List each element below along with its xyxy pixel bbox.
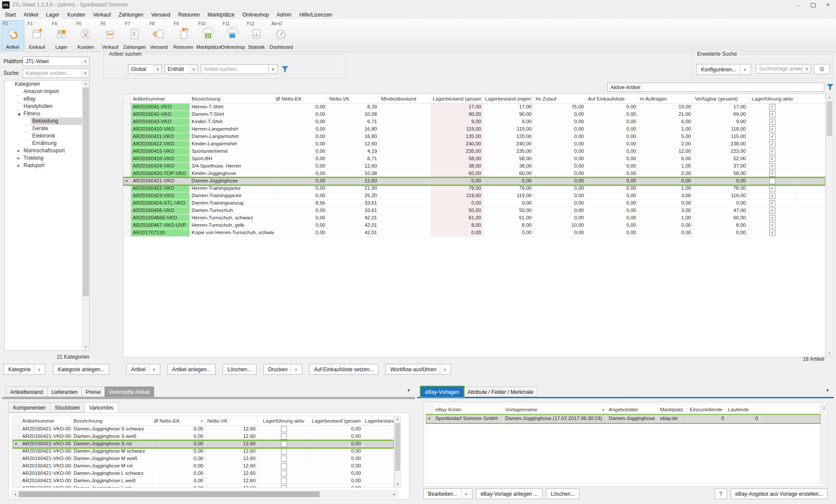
table-row[interactable]: AR20160424-STL-VKODamen-Trainingsanzug8,… <box>123 200 825 207</box>
artikel-anlegen-button[interactable]: Artikel anlegen... <box>167 364 216 375</box>
checkbox-unchecked-icon[interactable] <box>281 485 287 488</box>
toolbar-button-dashboard[interactable]: Alt+DDashboard <box>269 20 293 50</box>
table-row[interactable]: AR20160410-VKOHerren-Langarmshirt0,0016,… <box>123 126 825 133</box>
active-articles-filter-combobox[interactable]: Aktive Artikel <box>607 83 824 92</box>
drucken-button[interactable]: Drucken∨ <box>263 364 302 375</box>
table-row[interactable]: AR20160416-VKOSport-BH0,006,7158,0058,00… <box>123 155 825 163</box>
checkbox-unchecked-icon[interactable] <box>281 463 287 469</box>
ebay-vorlage-anlegen-button[interactable]: eBay-Vorlage anlegen ... <box>476 488 543 499</box>
checkbox-checked-icon[interactable]: ✓ <box>769 193 775 199</box>
toolbar-button-artikel[interactable]: F2Artikel <box>1 20 24 50</box>
column-header-verfuegbar-gesamt[interactable]: Verfügbar (gesamt) <box>693 94 748 103</box>
tree-item-ernaehrung[interactable]: Ernährung <box>5 140 82 147</box>
table-row[interactable]: AR20160419-VKO3/4-Sporthose, Herren0,001… <box>123 163 825 170</box>
column-header-artikelnummer[interactable]: Artikelnummer <box>20 416 72 425</box>
table-row[interactable]: AR20160467-VKO-UVPHerren-Turnschuh, gelb… <box>123 222 825 229</box>
kategorie-anlegen-button[interactable]: Kategorie anlegen... <box>53 364 109 375</box>
table-row[interactable]: AR2016042-VKODamen-T-Shirt0,0010,0890,00… <box>123 111 825 118</box>
menu-item-marktplaetze[interactable]: Marktplätze <box>204 10 239 19</box>
toolbar-button-marktplaetze[interactable]: F10Marktplätze <box>196 20 219 50</box>
checkbox-unchecked-icon[interactable] <box>281 470 287 477</box>
tree-item-amazon-import[interactable]: Amazon Import <box>5 88 82 95</box>
workflow-ausfuehren-button[interactable]: Workflow ausführen∨ <box>385 364 451 375</box>
filter-funnel-icon[interactable] <box>281 66 289 73</box>
table-row[interactable]: AR201604666-VKOHerren-Turnschuh, schwarz… <box>123 215 825 222</box>
scroll-right-icon[interactable] <box>391 491 398 497</box>
checkbox-checked-icon[interactable]: ✓ <box>769 163 775 169</box>
chevron-down-icon[interactable] <box>81 57 89 66</box>
column-header-marktplatz[interactable]: Marktplatz <box>658 405 688 414</box>
chevron-down-icon[interactable] <box>153 65 162 74</box>
menu-item-start[interactable]: Start <box>1 10 20 19</box>
scroll-up-icon[interactable] <box>821 405 827 411</box>
tab-artikelbestand[interactable]: Artikelbestand <box>6 386 47 397</box>
checkbox-checked-icon[interactable]: ✓ <box>769 141 775 147</box>
checkbox-checked-icon[interactable]: ✓ <box>769 222 775 228</box>
table-row[interactable]: ▸Sportbedarf Sommer GmbHDamen-Jogginghos… <box>426 414 820 423</box>
scrollbar-thumb[interactable] <box>19 491 320 497</box>
clear-search-icon[interactable] <box>269 64 278 74</box>
toolbar-button-zahlungen[interactable]: F7€Zahlungen <box>123 20 146 50</box>
tree-item-bekleidung[interactable]: Bekleidung <box>5 118 82 125</box>
window-maximize-button[interactable] <box>806 0 820 10</box>
column-header-bezeichnung[interactable]: Bezeichnung <box>72 416 152 425</box>
column-header-ebay-konto[interactable]: eBay Konto <box>434 405 503 414</box>
table-row[interactable]: AR20160421-VKO-008Damen-Jogginghose L we… <box>13 477 394 485</box>
varkombi-table-scrollbar[interactable] <box>394 416 401 488</box>
loeschen-button[interactable]: Löschen... <box>222 364 256 375</box>
checkbox-checked-icon[interactable]: ✓ <box>769 208 775 214</box>
chevron-down-icon[interactable] <box>189 65 198 74</box>
table-row[interactable]: ▸AR20160421-VKODamen-Jogginghose0,0012,6… <box>123 178 825 185</box>
table-row[interactable]: AR20160421-VKO-009Damen-Jogginghose L ro… <box>13 485 394 488</box>
tree-expanded-icon[interactable]: ◢ <box>15 110 22 118</box>
column-header-in-auftraegen[interactable]: In Aufträgen <box>638 94 693 103</box>
tree-item-fitness[interactable]: ◢Fitness <box>5 110 82 118</box>
column-header-netto-vk[interactable]: Netto-VK <box>206 416 258 425</box>
checkbox-checked-icon[interactable]: ✓ <box>769 104 775 110</box>
varkombi-horizontal-scrollbar[interactable] <box>11 491 398 498</box>
column-header-laufende[interactable]: Laufende <box>726 405 760 414</box>
table-row[interactable]: AR2016041-VKOHerren-T-Shirt0,008,3917,00… <box>123 104 825 111</box>
artikel-button[interactable]: Artikel∨ <box>126 364 160 375</box>
ebay-angebot-aus-vorlage-erstellen-button[interactable]: eBay-Angebot aus Vorlage erstellen... <box>731 488 828 499</box>
checkbox-unchecked-icon[interactable] <box>281 426 287 432</box>
tree-collapsed-icon[interactable]: ▶ <box>15 147 22 155</box>
tab-verknuepfte-artikel[interactable]: Verknüpfte Artikel <box>104 386 154 397</box>
checkbox-checked-icon[interactable]: ✓ <box>769 134 775 140</box>
checkbox-checked-icon[interactable]: ✓ <box>769 119 775 125</box>
table-row[interactable]: AR20160466-VKODamen-Turnschuh0,0033,6150… <box>123 207 825 215</box>
search-scope-combobox[interactable]: Global <box>128 64 162 74</box>
tab-preise[interactable]: Preise <box>81 386 105 397</box>
menu-item-artikel[interactable]: Artikel <box>20 10 42 19</box>
column-header-netto-vk[interactable]: Netto-VK <box>327 94 379 103</box>
column-header-mindestbestand[interactable]: Mindestbestand <box>379 94 431 103</box>
loeschen-button[interactable]: Löschen... <box>546 488 580 499</box>
column-header-im-zulauf[interactable]: Im Zulauf <box>534 94 586 103</box>
platform-combobox[interactable]: JTL-Wawi <box>23 57 90 66</box>
table-row[interactable]: AR20160421-VKO-007Damen-Jogginghose L sc… <box>13 470 394 477</box>
column-header-lagerbestand-eigen[interactable]: Lagerbestand (eigen) <box>483 94 534 103</box>
tab-stuecklisten[interactable]: Stücklisten <box>50 402 85 413</box>
scrollbar-thumb[interactable] <box>83 87 89 296</box>
scrollbar-thumb[interactable] <box>395 423 400 471</box>
tree-scrollbar[interactable] <box>82 81 89 350</box>
column-header-netto-ek[interactable]: Ø Netto-EK <box>274 94 327 103</box>
category-search-combobox[interactable]: Kategorie suchen... <box>23 68 90 78</box>
table-row[interactable]: AR20160412-VKOKinder-Langarmshirt0,0012,… <box>123 141 825 148</box>
chevron-down-icon[interactable] <box>802 64 811 73</box>
column-header-einzustellende[interactable]: Einzustellende <box>688 405 726 414</box>
tree-collapsed-icon[interactable]: ▶ <box>15 155 22 162</box>
table-row[interactable]: AR20160421-VKO-005Damen-Jogginghose M we… <box>13 455 394 463</box>
table-row[interactable]: AR201707130Kopie von Herren-Turnschuh, s… <box>123 229 825 237</box>
column-header-lagerbestand-gesamt[interactable]: Lagerbestand (gesamt) <box>431 94 483 103</box>
bearbeiten-button[interactable]: Bearbeiten...∨ <box>423 488 472 499</box>
menu-item-admin[interactable]: Admin <box>273 10 295 19</box>
column-header-angebotstitel[interactable]: Angebotstitel <box>607 405 658 414</box>
scroll-up-icon[interactable] <box>82 81 89 87</box>
tree-item-kategorien[interactable]: Kategorien <box>5 81 82 88</box>
scroll-down-icon[interactable] <box>826 350 833 356</box>
checkbox-checked-icon[interactable]: ✓ <box>769 171 775 177</box>
tree-item-geraete[interactable]: Geräte <box>5 125 82 132</box>
kategorie-button[interactable]: Kategorie∨ <box>3 364 45 375</box>
table-row[interactable]: AR20160423-VKODamen-Trainingsjacke0,0025… <box>123 192 825 200</box>
